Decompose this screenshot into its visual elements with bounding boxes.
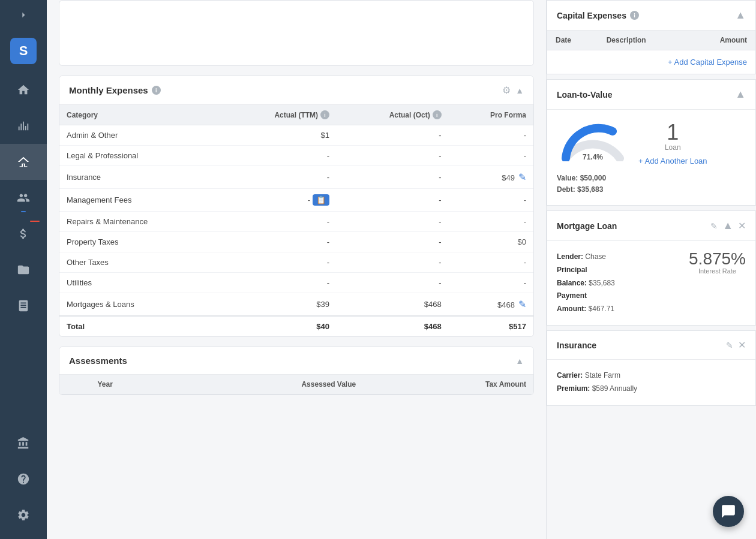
sidebar-item-settings[interactable] xyxy=(0,497,47,533)
expense-pro-forma: $0 xyxy=(449,232,533,252)
carrier-value: State Farm xyxy=(585,371,620,380)
expense-pro-forma: - xyxy=(449,125,533,146)
edit-icon[interactable]: ✎ xyxy=(518,299,526,309)
payment-label: PaymentAmount: xyxy=(557,291,589,313)
capital-expenses-table: Date Description Amount xyxy=(547,31,755,50)
edit-icon[interactable]: ✎ xyxy=(518,172,526,182)
main-content: Monthly Expenses i ⚙ ▲ Category Actual (… xyxy=(47,0,546,539)
capital-expenses-header: Capital Expenses i ▲ xyxy=(547,1,755,31)
ltv-loan-label: Loan xyxy=(665,143,681,152)
sidebar-item-users[interactable] xyxy=(0,180,47,216)
mortgage-loan-actions: ✎ ▲ ✕ xyxy=(710,219,746,232)
ltv-collapse-icon[interactable]: ▲ xyxy=(735,88,746,101)
mortgage-loan-header: Mortgage Loan ✎ ▲ ✕ xyxy=(547,211,755,241)
expense-row: Other Taxes--- xyxy=(59,252,533,273)
paste-icon[interactable]: 📋 xyxy=(313,194,329,206)
oct-info-icon[interactable]: i xyxy=(433,110,442,119)
collapse-icon[interactable]: ▲ xyxy=(515,86,524,95)
expense-actual-oct: - xyxy=(337,212,449,232)
logo-icon: S xyxy=(10,38,37,64)
expense-total-actual_ttm: $40 xyxy=(220,316,337,336)
sidebar-item-help[interactable] xyxy=(0,461,47,497)
col-actual-ttm: Actual (TTM) i xyxy=(220,105,337,125)
mortgage-body: Lender: Chase PrincipalBalance: $35,683 … xyxy=(547,241,755,325)
add-another-loan-link[interactable]: + Add Another Loan xyxy=(638,156,707,165)
ltv-gauge-area: 71.4% 1 Loan + Add Another Loan xyxy=(557,119,746,165)
insurance-header: Insurance ✎ ✕ xyxy=(547,331,755,360)
expense-actual-oct: - xyxy=(337,166,449,189)
col-pro-forma: Pro Forma xyxy=(449,105,533,125)
monthly-expenses-header: Monthly Expenses i ⚙ ▲ xyxy=(59,76,533,105)
lender-value: Chase xyxy=(585,252,606,261)
ltv-header: Loan-to-Value ▲ xyxy=(547,80,755,110)
sidebar-collapse-btn[interactable] xyxy=(0,0,47,30)
monthly-expenses-card: Monthly Expenses i ⚙ ▲ Category Actual (… xyxy=(59,76,534,337)
sidebar-item-book[interactable] xyxy=(0,288,47,324)
expense-pro-forma: $49✎ xyxy=(449,166,533,189)
expense-pro-forma: $468✎ xyxy=(449,293,533,317)
sidebar-item-home[interactable] xyxy=(0,72,47,108)
expense-actual-oct: - xyxy=(337,146,449,166)
sidebar-item-building[interactable] xyxy=(0,144,47,180)
expense-actual-ttm: - xyxy=(220,252,337,273)
expense-category: Property Taxes xyxy=(59,232,220,252)
mortgage-loan-title-text: Mortgage Loan xyxy=(557,221,617,231)
premium-value: $589 Annually xyxy=(592,384,637,393)
ltv-actions: ▲ xyxy=(735,88,746,101)
expense-actual-ttm: - xyxy=(220,166,337,189)
premium-label: Premium: xyxy=(557,384,592,393)
cap-col-amount: Amount xyxy=(686,31,755,50)
capital-expenses-info-icon[interactable]: i xyxy=(630,11,639,20)
assessments-actions: ▲ xyxy=(515,356,524,366)
expense-row: Repairs & Maintenance--- xyxy=(59,212,533,232)
expense-total-label: Total xyxy=(59,316,220,336)
sidebar-item-bank[interactable] xyxy=(0,425,47,461)
col-tax-amount: Tax Amount xyxy=(363,375,533,395)
capital-expenses-collapse-icon[interactable]: ▲ xyxy=(735,9,746,22)
mortgage-edit-icon[interactable]: ✎ xyxy=(710,221,718,231)
expense-total-actual_oct: $468 xyxy=(337,316,449,336)
col-assessed-value: Assessed Value xyxy=(151,375,363,395)
chat-button[interactable] xyxy=(713,496,744,527)
mortgage-collapse-icon[interactable]: ▲ xyxy=(722,219,733,232)
expense-category: Mortgages & Loans xyxy=(59,293,220,317)
expense-table: Category Actual (TTM) i Actual (Oct) i P… xyxy=(59,105,533,336)
principal-value: $35,683 xyxy=(589,279,614,287)
settings-icon[interactable]: ⚙ xyxy=(502,85,511,96)
ltv-details: Value: $50,000 Debt: $35,683 xyxy=(557,173,746,195)
right-panel: Capital Expenses i ▲ Date Description Am… xyxy=(546,0,756,539)
insurance-close-icon[interactable]: ✕ xyxy=(738,339,746,351)
expense-actual-ttm: $1 xyxy=(220,125,337,146)
monthly-expenses-info-icon[interactable]: i xyxy=(152,86,161,95)
expense-category: Legal & Professional xyxy=(59,146,220,166)
expense-actual-ttm: - xyxy=(220,212,337,232)
expense-actual-ttm: $39 xyxy=(220,293,337,317)
sidebar-item-dollar[interactable] xyxy=(0,216,47,252)
expense-category: Admin & Other xyxy=(59,125,220,146)
add-capital-expense-link[interactable]: + Add Capital Expense xyxy=(547,50,755,74)
sidebar-item-chart[interactable] xyxy=(0,108,47,144)
expense-row: Admin & Other$1-- xyxy=(59,125,533,146)
expense-row: Legal & Professional--- xyxy=(59,146,533,166)
monthly-expenses-actions: ⚙ ▲ xyxy=(502,85,524,96)
sidebar-item-folder[interactable] xyxy=(0,252,47,288)
top-content-area xyxy=(59,0,534,66)
expense-pro-forma: - xyxy=(449,273,533,293)
expense-pro-forma: - xyxy=(449,212,533,232)
expense-row: Insurance--$49✎ xyxy=(59,166,533,189)
mortgage-close-icon[interactable]: ✕ xyxy=(738,220,746,231)
insurance-edit-icon[interactable]: ✎ xyxy=(726,341,733,350)
ltv-section: Loan-to-Value ▲ 71.4% 1 xyxy=(547,79,756,206)
assessments-title-text: Assessments xyxy=(69,356,127,366)
capital-expenses-actions: ▲ xyxy=(735,9,746,22)
expense-category: Repairs & Maintenance xyxy=(59,212,220,232)
assessments-card: Assessments ▲ Year Assessed Value Tax Am… xyxy=(59,347,534,395)
carrier-label: Carrier: xyxy=(557,371,585,380)
assessments-collapse-icon[interactable]: ▲ xyxy=(515,356,524,366)
expense-actual-oct: - xyxy=(337,189,449,212)
ttm-info-icon[interactable]: i xyxy=(320,110,329,119)
insurance-title: Insurance xyxy=(557,341,596,350)
insurance-title-text: Insurance xyxy=(557,341,596,350)
expense-row: Utilities--- xyxy=(59,273,533,293)
expense-actual-oct: - xyxy=(337,252,449,273)
